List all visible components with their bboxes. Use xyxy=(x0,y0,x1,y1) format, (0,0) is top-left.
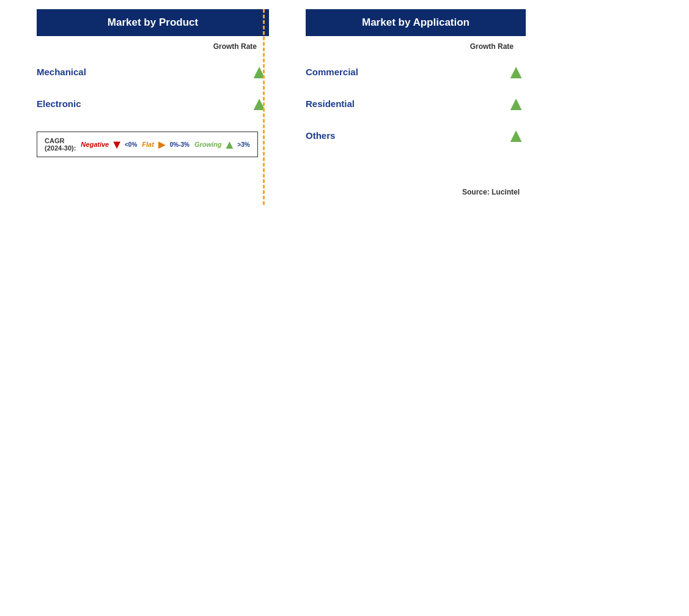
others-row: Others ▲ xyxy=(306,119,526,151)
left-panel: Market by Product Growth Rate Mechanical… xyxy=(37,9,269,196)
growing-label: Growing xyxy=(194,141,222,148)
flat-value: 0%-3% xyxy=(170,141,190,148)
commercial-label: Commercial xyxy=(306,67,358,77)
electronic-row: Electronic ▲ xyxy=(37,87,269,119)
mechanical-arrow-up: ▲ xyxy=(249,62,269,81)
residential-label: Residential xyxy=(306,98,355,109)
divider xyxy=(263,9,265,205)
growing-value: >3% xyxy=(237,141,249,148)
negative-arrow: ▼ xyxy=(111,138,123,152)
flat-label: Flat xyxy=(142,141,154,148)
commercial-arrow-up: ▲ xyxy=(506,62,526,81)
left-panel-header: Market by Product xyxy=(37,9,269,36)
mechanical-row: Mechanical ▲ xyxy=(37,56,269,87)
source-text: Source: Lucintel xyxy=(306,188,526,196)
electronic-arrow-up: ▲ xyxy=(249,94,269,113)
mechanical-label: Mechanical xyxy=(37,67,86,77)
negative-value: <0% xyxy=(125,141,137,148)
right-panel-header: Market by Application xyxy=(306,9,526,36)
left-growth-rate-label: Growth Rate xyxy=(37,42,269,51)
commercial-row: Commercial ▲ xyxy=(306,56,526,87)
legend-growing: Growing ▲ >3% xyxy=(194,138,250,152)
main-container: Market by Product Growth Rate Mechanical… xyxy=(0,0,689,206)
legend-box: CAGR(2024-30): Negative ▼ <0% Flat ► 0%-… xyxy=(37,132,258,157)
residential-row: Residential ▲ xyxy=(306,87,526,119)
right-panel: Market by Application Growth Rate Commer… xyxy=(306,9,538,196)
residential-arrow-up: ▲ xyxy=(506,94,526,113)
legend-flat: Flat ► 0%-3% xyxy=(142,138,190,152)
growing-arrow: ▲ xyxy=(224,138,236,152)
negative-label: Negative xyxy=(81,141,109,148)
others-arrow-up: ▲ xyxy=(506,125,526,145)
flat-arrow: ► xyxy=(156,138,168,152)
legend-negative: Negative ▼ <0% xyxy=(81,138,137,152)
electronic-label: Electronic xyxy=(37,98,81,109)
legend-cagr-label: CAGR(2024-30): xyxy=(45,137,76,152)
others-label: Others xyxy=(306,130,335,141)
right-growth-rate-label: Growth Rate xyxy=(306,42,526,51)
